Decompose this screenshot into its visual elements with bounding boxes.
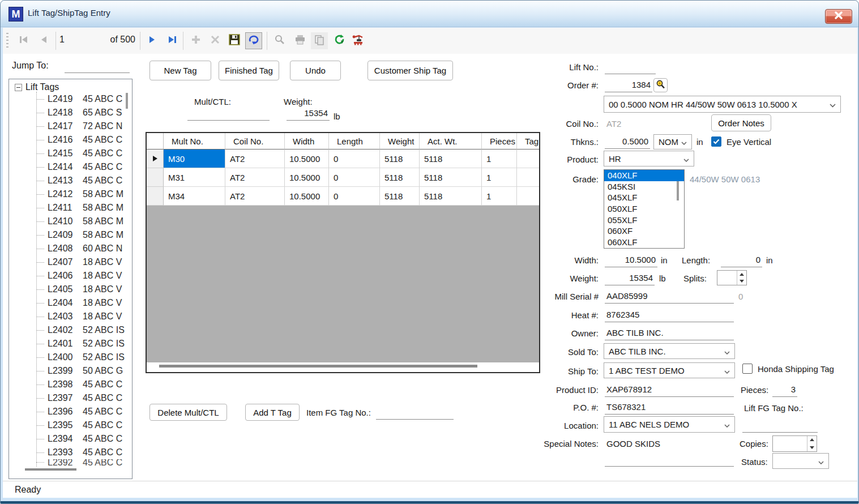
grade-option-045XLF[interactable]: 045XLF (604, 192, 684, 203)
status-combobox[interactable] (772, 453, 829, 469)
grid-cell[interactable]: 5118 (420, 150, 482, 168)
lift-fg-tag-input[interactable] (742, 420, 818, 433)
grid-column-header[interactable]: Coil No. (225, 133, 285, 150)
grid-cell[interactable]: M34 (164, 187, 225, 206)
add-record-button[interactable] (187, 32, 204, 49)
tree-item-L2404[interactable]: L240418 ABC V (9, 296, 133, 310)
grade-option-060XLF[interactable]: 060XLF (604, 237, 684, 248)
tree-item-L2400[interactable]: L240052 ABC IS (9, 351, 133, 364)
mult-ctl-input[interactable] (187, 108, 270, 121)
tree-item-L2414[interactable]: L241445 ABC C (9, 160, 133, 174)
tree-item-L2406[interactable]: L240618 ABC V (9, 269, 133, 283)
grade-option-055XLF[interactable]: 055XLF (604, 214, 684, 225)
grid-cell[interactable]: 0 (329, 150, 380, 168)
width-input[interactable]: 10.5000 (605, 255, 657, 267)
save-button[interactable] (226, 32, 243, 49)
grid-cell[interactable]: 10.5000 (285, 168, 329, 187)
tree-item-L2412[interactable]: L241258 ABC M (9, 187, 133, 201)
mill-serial-input[interactable]: AAD85999 (605, 291, 734, 304)
pieces-input[interactable]: 3 (772, 385, 797, 397)
lift-crane-button[interactable] (349, 32, 366, 49)
spin-down-icon[interactable] (737, 278, 746, 285)
tree-item-L2407[interactable]: L240718 ABC V (9, 255, 133, 269)
grid-column-header[interactable]: Length (329, 133, 380, 150)
order-search-button[interactable] (653, 78, 668, 92)
grid-cell[interactable]: 0 (329, 168, 380, 187)
grid-cell[interactable]: 5118 (380, 187, 420, 206)
grid-column-header[interactable]: Pieces (482, 133, 517, 150)
tree-item-L2402[interactable]: L240252 ABC IS (9, 323, 133, 337)
grid-row-header[interactable] (147, 187, 164, 206)
length-input[interactable]: 0 (721, 255, 762, 267)
copies-stepper[interactable] (772, 435, 817, 452)
spin-up-icon[interactable] (807, 436, 817, 444)
grid-cell[interactable]: 10.5000 (285, 150, 329, 168)
order-line-combobox[interactable]: 00 0.5000 NOM HR 44/50W 50W 0613 10.5000… (604, 96, 841, 113)
new-tag-button[interactable]: New Tag (149, 61, 211, 80)
grid-cell[interactable]: AT2 (225, 150, 285, 168)
add-t-tag-button[interactable]: Add T Tag (245, 404, 300, 421)
tree-item-L2405[interactable]: L240518 ABC V (9, 283, 133, 296)
grid-cell[interactable]: 5118 (420, 187, 482, 206)
grid-cell[interactable]: 1 (482, 150, 517, 168)
grid-cell[interactable]: 5118 (380, 150, 420, 168)
grid-row-header[interactable] (147, 168, 164, 187)
print-button[interactable] (292, 32, 309, 49)
grid-cell[interactable]: M30 (164, 150, 225, 168)
grid-column-header[interactable]: Act. Wt. (420, 133, 482, 150)
grade-option-045KSI[interactable]: 045KSI (604, 181, 684, 193)
order-number-input[interactable]: 1384 (605, 80, 652, 92)
tree-item-L2411[interactable]: L241158 ABC M (9, 201, 133, 215)
tree-item-L2392[interactable]: L239245 ABC C (9, 459, 133, 465)
tree-root-node[interactable]: Lift Tags (15, 82, 59, 93)
close-button[interactable] (825, 9, 852, 24)
finished-tag-button[interactable]: Finished Tag (219, 61, 279, 80)
tree-item-L2403[interactable]: L240318 ABC V (9, 310, 133, 323)
product-id-input[interactable]: XAP678912 (605, 385, 734, 397)
grid-column-header[interactable]: Width (285, 133, 329, 150)
grid-cell[interactable]: 5118 (380, 168, 420, 187)
tree-item-L2417[interactable]: L241772 ABC N (9, 119, 133, 133)
spin-down-icon[interactable] (807, 444, 817, 452)
tree-item-L2419[interactable]: L241945 ABC C (9, 92, 133, 106)
splits-stepper[interactable] (717, 270, 747, 285)
lift-no-input[interactable] (605, 62, 656, 74)
delete-mult-ctl-button[interactable]: Delete Mult/CTL (149, 404, 227, 421)
tree-item-L2415[interactable]: L241545 ABC C (9, 147, 133, 160)
copy-button[interactable] (311, 32, 328, 49)
tree-item-L2393[interactable]: L239345 ABC C (9, 446, 133, 459)
undo-button[interactable]: Undo (290, 61, 341, 80)
tree-item-L2410[interactable]: L241058 ABC M (9, 215, 133, 228)
grade-scrollbar[interactable] (677, 181, 679, 200)
first-record-button[interactable] (15, 32, 32, 49)
spin-up-icon[interactable] (737, 271, 746, 278)
grid-column-header[interactable]: Mult No. (164, 133, 225, 150)
grid-cell[interactable] (517, 187, 540, 206)
order-notes-button[interactable]: Order Notes (711, 114, 771, 131)
tree-item-L2409[interactable]: L240958 ABC M (9, 228, 133, 242)
grid-cell[interactable]: 1 (482, 168, 517, 187)
location-combobox[interactable]: 11 ABC NELS DEMO (604, 416, 735, 433)
tree-vertical-scrollbar[interactable] (126, 93, 128, 109)
tree-item-L2418[interactable]: L241865 ABC S (9, 106, 133, 119)
tree-item-L2416[interactable]: L241645 ABC C (9, 133, 133, 147)
grade-option-060XF[interactable]: 060XF (604, 225, 684, 237)
item-fg-tag-input[interactable] (376, 407, 454, 420)
ship-to-combobox[interactable]: 1 ABC TEST DEMO (604, 362, 735, 378)
tree-horizontal-scrollbar[interactable] (25, 468, 76, 471)
tree-item-L2408[interactable]: L240860 ABC N (9, 242, 133, 255)
honda-shipping-tag-checkbox[interactable] (742, 364, 753, 374)
grid-cell[interactable]: AT2 (225, 168, 285, 187)
refresh-green-button[interactable] (331, 32, 348, 49)
thkns-input[interactable]: 0.5000 (605, 136, 650, 149)
eye-vertical-checkbox[interactable] (711, 136, 721, 147)
tree-item-L2397[interactable]: L239745 ABC C (9, 391, 133, 405)
customer-ship-tag-button[interactable]: Customer Ship Tag (367, 61, 453, 80)
special-notes-input-line[interactable] (605, 454, 734, 467)
jump-to-input[interactable] (65, 61, 130, 73)
heat-input[interactable]: 8762345 (605, 310, 734, 322)
last-record-button[interactable] (164, 32, 181, 49)
tree-item-L2413[interactable]: L241345 ABC C (9, 174, 133, 187)
next-record-button[interactable] (143, 32, 160, 49)
delete-record-button[interactable] (207, 32, 224, 49)
